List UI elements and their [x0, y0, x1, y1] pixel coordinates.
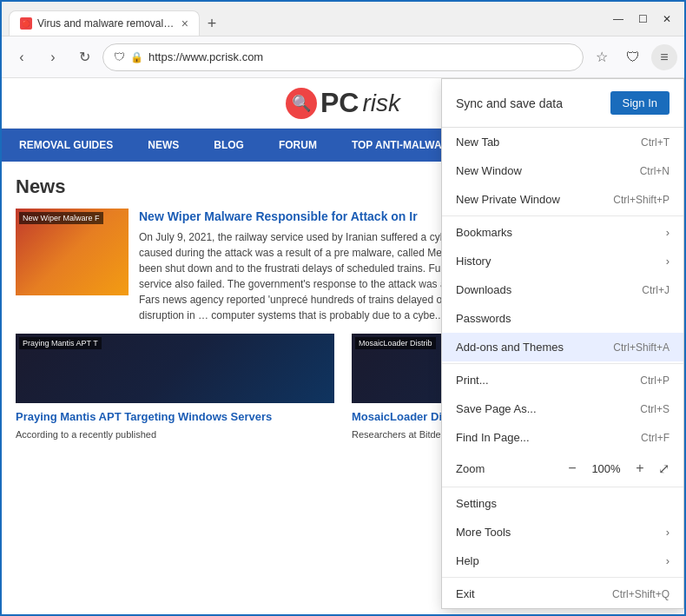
menu-item-new-window[interactable]: New Window Ctrl+N — [442, 156, 683, 185]
menu-item-new-private-window[interactable]: New Private Window Ctrl+Shift+P — [442, 185, 683, 214]
menu-item-save-page[interactable]: Save Page As... Ctrl+S — [442, 394, 683, 423]
menu-divider-3 — [442, 487, 683, 487]
logo-risk-text: risk — [362, 89, 400, 117]
menu-item-find-in-page[interactable]: Find In Page... Ctrl+F — [442, 423, 683, 452]
shield-button[interactable]: 🛡 — [620, 44, 646, 70]
praying-mantis-thumb: Praying Mantis APT T — [16, 334, 334, 403]
window-controls: — ☐ ✕ — [608, 9, 677, 30]
new-tab-button[interactable]: + — [200, 11, 224, 36]
content-area: 🔍 PC risk REMOVAL GUIDES NEWS BLOG FORUM… — [2, 78, 684, 614]
lock-icon: 🔒 — [130, 51, 143, 63]
menu-item-downloads[interactable]: Downloads Ctrl+J — [442, 275, 683, 304]
zoom-value: 100% — [590, 462, 622, 475]
tab-favicon: 🔴 — [20, 17, 32, 30]
menu-item-exit[interactable]: Exit Ctrl+Shift+Q — [442, 580, 683, 608]
menu-item-bookmarks[interactable]: Bookmarks › — [442, 218, 683, 247]
bookmarks-arrow-icon: › — [666, 226, 670, 239]
bookmark-star-button[interactable]: ☆ — [589, 44, 615, 70]
praying-thumb-label: Praying Mantis APT T — [19, 337, 102, 349]
url-text: https://www.pcrisk.com — [148, 50, 572, 63]
tab-title: Virus and malware removal inst — [37, 17, 176, 30]
browser-frame: 🔴 Virus and malware removal inst × + — ☐… — [0, 0, 686, 616]
menu-divider-1 — [442, 215, 683, 216]
nav-news[interactable]: NEWS — [130, 129, 196, 162]
back-button[interactable]: ‹ — [9, 44, 35, 70]
address-input[interactable]: 🛡 🔒 https://www.pcrisk.com — [102, 43, 584, 71]
nav-blog[interactable]: BLOG — [196, 129, 261, 162]
hamburger-menu-button[interactable]: ≡ — [651, 44, 677, 70]
menu-item-help[interactable]: Help › — [442, 546, 683, 575]
menu-item-settings[interactable]: Settings — [442, 489, 683, 518]
sync-section: Sync and save data Sign In — [442, 79, 683, 128]
zoom-expand-button[interactable]: ⤢ — [658, 460, 670, 477]
title-bar: 🔴 Virus and malware removal inst × + — ☐… — [2, 2, 684, 36]
menu-item-addons-themes[interactable]: Add-ons and Themes Ctrl+Shift+A — [442, 333, 683, 361]
history-arrow-icon: › — [666, 255, 670, 268]
menu-item-passwords[interactable]: Passwords — [442, 304, 683, 333]
address-bar: ‹ › ↻ 🛡 🔒 https://www.pcrisk.com ☆ 🛡 ≡ — [2, 36, 684, 78]
menu-item-more-tools[interactable]: More Tools › — [442, 518, 683, 546]
menu-divider-4 — [442, 577, 683, 578]
zoom-plus-button[interactable]: + — [630, 459, 650, 478]
nav-forum[interactable]: FORUM — [261, 129, 334, 162]
menu-item-print[interactable]: Print... Ctrl+P — [442, 366, 683, 394]
logo-icon: 🔍 — [286, 88, 317, 119]
menu-item-history[interactable]: History › — [442, 247, 683, 275]
zoom-minus-button[interactable]: − — [563, 459, 582, 478]
tab-area: 🔴 Virus and malware removal inst × + — [9, 2, 601, 36]
praying-mantis-body: According to a recently published — [16, 428, 334, 441]
main-article-thumb: New Wiper Malware F — [16, 209, 129, 295]
zoom-label: Zoom — [456, 462, 485, 475]
thumb-label: New Wiper Malware F — [19, 212, 103, 224]
close-button[interactable]: ✕ — [656, 9, 677, 30]
site-logo: 🔍 PC risk — [286, 87, 400, 119]
praying-mantis-headline[interactable]: Praying Mantis APT Targeting Windows Ser… — [16, 410, 334, 425]
menu-divider-2 — [442, 363, 683, 364]
sign-in-button[interactable]: Sign In — [610, 91, 670, 115]
zoom-controls: − 100% + ⤢ — [563, 459, 670, 478]
help-arrow-icon: › — [666, 554, 670, 567]
security-shield-icon: 🛡 — [114, 50, 125, 63]
forward-button[interactable]: › — [40, 44, 66, 70]
sync-label: Sync and save data — [456, 96, 563, 110]
bottom-article-1: Praying Mantis APT T Praying Mantis APT … — [16, 334, 334, 441]
active-tab[interactable]: 🔴 Virus and malware removal inst × — [9, 10, 200, 36]
browser-dropdown-menu: Sync and save data Sign In New Tab Ctrl+… — [441, 78, 684, 609]
tab-close-button[interactable]: × — [181, 17, 188, 30]
nav-removal-guides[interactable]: REMOVAL GUIDES — [2, 129, 130, 162]
logo-pc-text: PC — [320, 87, 359, 119]
menu-item-new-tab[interactable]: New Tab Ctrl+T — [442, 128, 683, 156]
zoom-row: Zoom − 100% + ⤢ — [442, 452, 683, 485]
more-tools-arrow-icon: › — [666, 526, 670, 539]
minimize-button[interactable]: — — [608, 9, 629, 30]
mosaic-thumb-label: MosaicLoader Distrib — [355, 337, 436, 349]
reload-button[interactable]: ↻ — [71, 44, 97, 70]
maximize-button[interactable]: ☐ — [632, 9, 653, 30]
